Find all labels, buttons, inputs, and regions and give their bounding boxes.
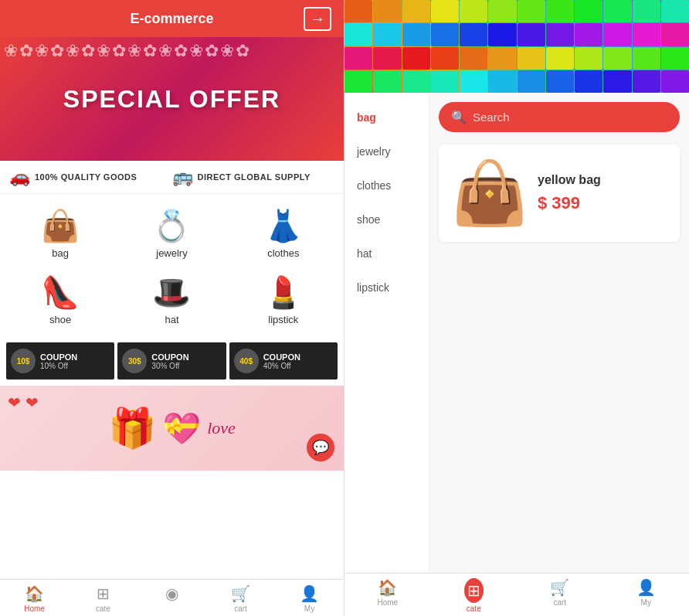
- nav-cate[interactable]: ⊞ cate: [69, 580, 137, 616]
- nav-home[interactable]: 🏠 Home: [0, 580, 69, 616]
- banner-text: SPECIAL OFFER: [63, 85, 280, 114]
- cart-icon: 🛒: [231, 584, 250, 603]
- right-nav-home[interactable]: 🏠 Home: [344, 573, 431, 616]
- center-icon: ◉: [165, 584, 178, 603]
- right-nav-my[interactable]: 👤 My: [603, 573, 690, 616]
- right-cate-label: cate: [467, 604, 481, 613]
- category-jewelry[interactable]: 💍 jewelry: [117, 202, 226, 265]
- coupon-circle-40: 40$: [234, 349, 259, 373]
- coupons-section: 10$ COUPON 10% Off 30$ COUPON 30% Off 40…: [0, 339, 344, 383]
- product-info: yellow bag $ 399: [538, 173, 667, 213]
- promo-content: 🎁 💝 love: [108, 406, 236, 451]
- category-hat[interactable]: 🎩 hat: [117, 268, 226, 332]
- nav-cate-label: cate: [96, 604, 110, 613]
- search-input[interactable]: [473, 111, 667, 124]
- right-nav-cate[interactable]: ⊞ cate: [431, 573, 518, 616]
- right-cart-icon: 🛒: [550, 578, 569, 597]
- special-offer-banner: ❀✿❀✿ ❀✿❀✿ ❀✿❀✿ ❀✿❀✿ SPECIAL OFFER: [0, 37, 344, 161]
- product-area: 🔍 👜 yellow bag $ 399: [429, 93, 689, 573]
- lipstick-label: lipstick: [268, 314, 298, 325]
- coupon-text-10: COUPON 10% Off: [40, 352, 77, 370]
- nav-center[interactable]: ◉: [137, 580, 206, 616]
- supply-info: 🚌 DIRECT GLOBAL SUPPLY: [172, 167, 335, 187]
- quality-info: 🚗 100% QUALITY GOODS: [9, 167, 172, 187]
- coupon-10[interactable]: 10$ COUPON 10% Off: [6, 342, 114, 379]
- bag-label: bag: [52, 247, 69, 259]
- search-bar[interactable]: 🔍: [439, 102, 680, 132]
- app-header: E-commerce →: [0, 0, 344, 37]
- love-text: love: [207, 418, 236, 438]
- product-name: yellow bag: [538, 173, 667, 187]
- cate-icon: ⊞: [97, 584, 110, 603]
- sidebar-cat-bag[interactable]: bag: [344, 100, 429, 134]
- category-bag[interactable]: 👜 bag: [6, 202, 114, 265]
- coupon-30[interactable]: 30$ COUPON 30% Off: [117, 342, 226, 379]
- nav-home-label: Home: [24, 604, 45, 613]
- right-cate-icon: ⊞: [464, 578, 484, 603]
- search-icon: 🔍: [451, 110, 467, 124]
- left-bottom-nav: 🏠 Home ⊞ cate ◉ 🛒 cart 👤 My: [0, 579, 344, 616]
- coupon-circle-30: 30$: [122, 349, 147, 373]
- user-icon: 👤: [300, 584, 319, 603]
- product-image: 👜: [451, 157, 528, 230]
- right-home-icon: 🏠: [378, 578, 397, 597]
- right-user-icon: 👤: [636, 578, 656, 597]
- bus-icon: 🚌: [172, 167, 193, 187]
- quality-text: 100% QUALITY GOODS: [35, 172, 137, 182]
- nav-my[interactable]: 👤 My: [275, 580, 344, 616]
- right-home-label: Home: [377, 598, 398, 607]
- clothes-icon: 👗: [264, 208, 303, 244]
- coupon-text-40: COUPON 40% Off: [263, 352, 300, 370]
- nav-cart[interactable]: 🛒 cart: [206, 580, 275, 616]
- mosaic-banner: [344, 0, 689, 93]
- shoe-icon: 👠: [41, 274, 80, 311]
- right-bottom-nav: 🏠 Home ⊞ cate 🛒 cart 👤 My: [344, 573, 689, 616]
- gift-icon: 🎁: [108, 406, 156, 451]
- categories-grid: 👜 bag 💍 jewelry 👗 clothes 👠 shoe 🎩 hat 💄…: [0, 194, 344, 339]
- right-nav-cart[interactable]: 🛒 cart: [517, 573, 603, 616]
- chat-icon[interactable]: 💬: [307, 434, 334, 461]
- hat-label: hat: [165, 314, 178, 325]
- jewelry-icon: 💍: [152, 208, 191, 244]
- left-panel: E-commerce → ❀✿❀✿ ❀✿❀✿ ❀✿❀✿ ❀✿❀✿ SPECIAL…: [0, 0, 344, 616]
- lipstick-icon: 💄: [264, 274, 303, 311]
- product-card[interactable]: 👜 yellow bag $ 399: [439, 145, 680, 242]
- coupon-circle-10: 10$: [11, 349, 36, 373]
- sidebar-cat-lipstick[interactable]: lipstick: [344, 271, 429, 305]
- coupon-40[interactable]: 40$ COUPON 40% Off: [229, 342, 338, 379]
- coupon-text-30: COUPON 30% Off: [151, 352, 188, 370]
- category-lipstick[interactable]: 💄 lipstick: [229, 268, 338, 332]
- product-price: $ 399: [538, 193, 667, 213]
- home-icon: 🏠: [25, 584, 44, 603]
- jewelry-label: jewelry: [156, 247, 187, 259]
- category-clothes[interactable]: 👗 clothes: [229, 202, 338, 265]
- nav-my-label: My: [304, 604, 314, 613]
- shoe-label: shoe: [49, 314, 71, 325]
- clothes-label: clothes: [267, 247, 299, 259]
- right-content: bag jewelry clothes shoe hat lipstick 🔍 …: [344, 93, 689, 573]
- category-sidebar: bag jewelry clothes shoe hat lipstick: [344, 93, 429, 573]
- sidebar-cat-jewelry[interactable]: jewelry: [344, 134, 429, 168]
- heart-box-icon: 💝: [162, 410, 201, 447]
- hat-icon: 🎩: [152, 274, 191, 311]
- category-shoe[interactable]: 👠 shoe: [6, 268, 114, 332]
- right-cart-label: cart: [553, 598, 566, 607]
- car-icon: 🚗: [9, 167, 30, 187]
- bag-icon: 👜: [41, 208, 80, 244]
- info-bar: 🚗 100% QUALITY GOODS 🚌 DIRECT GLOBAL SUP…: [0, 161, 344, 194]
- right-my-label: My: [641, 598, 651, 607]
- sidebar-cat-clothes[interactable]: clothes: [344, 168, 429, 202]
- sidebar-cat-hat[interactable]: hat: [344, 237, 429, 271]
- promo-image: ❤ ❤ 🎁 💝 love 💬: [0, 386, 344, 471]
- sidebar-cat-shoe[interactable]: shoe: [344, 202, 429, 237]
- supply-text: DIRECT GLOBAL SUPPLY: [198, 172, 311, 182]
- nav-cart-label: cart: [234, 604, 247, 613]
- app-title: E-commerce: [130, 11, 213, 27]
- promo-hearts: ❤ ❤: [8, 393, 39, 412]
- login-icon[interactable]: →: [304, 7, 331, 31]
- right-panel: bag jewelry clothes shoe hat lipstick 🔍 …: [344, 0, 689, 616]
